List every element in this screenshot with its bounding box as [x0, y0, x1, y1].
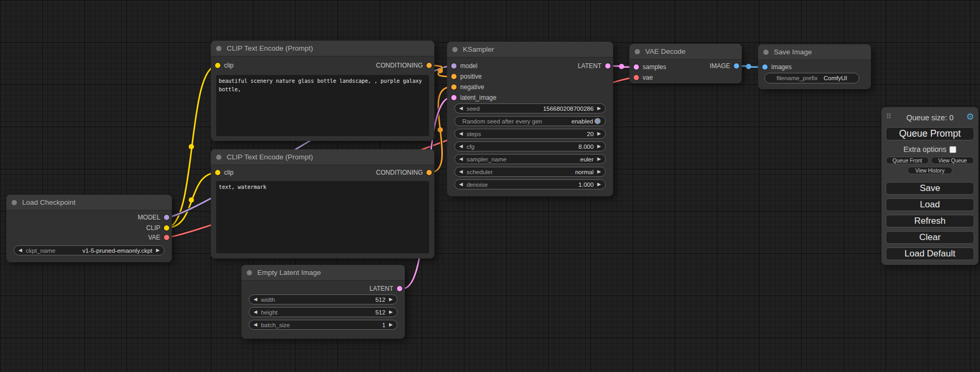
node-ksampler[interactable]: KSampler model positive negative latent_… — [447, 42, 613, 196]
input-port-positive[interactable]: positive — [451, 71, 482, 82]
node-clip-text-encode-negative[interactable]: CLIP Text Encode (Prompt) clip CONDITION… — [211, 149, 434, 259]
latent-port-icon[interactable] — [634, 64, 639, 70]
latent-port-icon[interactable] — [605, 63, 610, 69]
collapse-dot-icon[interactable] — [216, 155, 221, 160]
ckpt-name-widget[interactable]: ◀ ckpt_name v1-5-pruned-emaonly.ckpt ▶ — [14, 245, 164, 255]
clip-port-icon[interactable] — [215, 170, 220, 175]
decrement-arrow-icon[interactable]: ◀ — [459, 169, 463, 174]
node-header[interactable]: Load Checkpoint — [6, 195, 172, 211]
node-empty-latent-image[interactable]: Empty Latent Image LATENT ◀ width 512 ▶ … — [241, 265, 405, 339]
image-port-icon[interactable] — [762, 64, 768, 70]
input-port-latent-image[interactable]: latent_image — [451, 92, 497, 103]
node-header[interactable]: VAE Decode — [629, 44, 742, 60]
input-port-clip[interactable]: clip — [215, 167, 234, 178]
collapse-dot-icon[interactable] — [635, 49, 640, 54]
queue-front-button[interactable]: Queue Front — [886, 157, 929, 164]
output-port-latent[interactable]: LATENT — [370, 283, 402, 294]
conditioning-port-icon[interactable] — [426, 63, 432, 68]
random-seed-toggle-widget[interactable]: Random seed after every gen enabled — [454, 116, 606, 126]
conditioning-port-icon[interactable] — [451, 74, 457, 79]
seed-widget[interactable]: ◀ seed 156680208700286 ▶ — [454, 103, 606, 113]
load-button[interactable]: Load — [886, 198, 974, 211]
node-header[interactable]: Save Image — [758, 44, 871, 60]
extra-options-checkbox[interactable] — [949, 146, 956, 153]
sampler-name-widget[interactable]: ◀ sampler_name euler ▶ — [454, 154, 606, 164]
node-header[interactable]: CLIP Text Encode (Prompt) — [211, 149, 434, 165]
collapse-dot-icon[interactable] — [12, 200, 17, 205]
collapse-dot-icon[interactable] — [763, 50, 769, 55]
save-button[interactable]: Save — [886, 182, 974, 195]
node-header[interactable]: CLIP Text Encode (Prompt) — [211, 41, 434, 56]
view-history-button[interactable]: View History — [907, 167, 953, 174]
input-port-model[interactable]: model — [451, 61, 478, 71]
input-port-negative[interactable]: negative — [451, 82, 484, 92]
collapse-dot-icon[interactable] — [452, 47, 458, 52]
node-save-image[interactable]: Save Image images filename_prefix ComfyU… — [758, 44, 871, 89]
collapse-dot-icon[interactable] — [247, 270, 252, 275]
increment-arrow-icon[interactable]: ▶ — [597, 106, 601, 111]
increment-arrow-icon[interactable]: ▶ — [597, 131, 601, 136]
node-header[interactable]: Empty Latent Image — [241, 265, 405, 281]
node-load-checkpoint[interactable]: Load Checkpoint MODEL CLIP VAE ◀ ckpt_na… — [6, 195, 172, 262]
clear-button[interactable]: Clear — [886, 231, 974, 244]
collapse-dot-icon[interactable] — [216, 46, 221, 51]
batch-size-widget[interactable]: ◀ batch_size 1 ▶ — [249, 320, 397, 330]
increment-arrow-icon[interactable]: ▶ — [597, 169, 601, 174]
width-widget[interactable]: ◀ width 512 ▶ — [249, 294, 397, 304]
node-vae-decode[interactable]: VAE Decode samples vae IMAGE — [629, 44, 742, 83]
decrement-arrow-icon[interactable]: ◀ — [459, 182, 463, 187]
queue-prompt-button[interactable]: Queue Prompt — [886, 127, 974, 140]
increment-arrow-icon[interactable]: ▶ — [156, 248, 160, 253]
input-port-vae[interactable]: vae — [634, 72, 653, 83]
decrement-arrow-icon[interactable]: ◀ — [459, 144, 463, 149]
increment-arrow-icon[interactable]: ▶ — [389, 310, 393, 314]
vae-port-icon[interactable] — [164, 235, 169, 240]
node-clip-text-encode-positive[interactable]: CLIP Text Encode (Prompt) clip CONDITION… — [211, 41, 434, 141]
clip-port-icon[interactable] — [164, 225, 169, 231]
cfg-widget[interactable]: ◀ cfg 8.000 ▶ — [454, 141, 606, 151]
conditioning-port-icon[interactable] — [451, 84, 457, 90]
increment-arrow-icon[interactable]: ▶ — [389, 322, 393, 327]
decrement-arrow-icon[interactable]: ◀ — [459, 106, 463, 111]
input-port-clip[interactable]: clip — [215, 60, 234, 71]
height-widget[interactable]: ◀ height 512 ▶ — [249, 307, 397, 317]
output-port-conditioning[interactable]: CONDITIONING — [376, 60, 432, 71]
drag-handle-icon[interactable]: ⠿ — [886, 112, 891, 120]
clip-port-icon[interactable] — [215, 63, 220, 68]
toggle-knob-icon[interactable] — [594, 118, 601, 125]
output-port-vae[interactable]: VAE — [148, 232, 169, 243]
model-port-icon[interactable] — [164, 215, 169, 220]
output-port-clip[interactable]: CLIP — [146, 223, 169, 233]
image-port-icon[interactable] — [734, 63, 739, 69]
vae-port-icon[interactable] — [634, 75, 639, 80]
view-queue-button[interactable]: View Queue — [931, 157, 974, 164]
decrement-arrow-icon[interactable]: ◀ — [254, 310, 257, 314]
input-port-samples[interactable]: samples — [634, 62, 666, 72]
node-header[interactable]: KSampler — [447, 42, 613, 58]
steps-widget[interactable]: ◀ steps 20 ▶ — [454, 129, 606, 139]
refresh-button[interactable]: Refresh — [886, 215, 974, 227]
decrement-arrow-icon[interactable]: ◀ — [254, 322, 257, 327]
latent-port-icon[interactable] — [397, 286, 402, 291]
output-port-latent[interactable]: LATENT — [578, 61, 610, 71]
latent-port-icon[interactable] — [451, 95, 457, 100]
decrement-arrow-icon[interactable]: ◀ — [459, 157, 463, 161]
increment-arrow-icon[interactable]: ▶ — [597, 144, 601, 149]
output-port-model[interactable]: MODEL — [138, 212, 169, 223]
output-port-image[interactable]: IMAGE — [710, 61, 739, 71]
filename-prefix-widget[interactable]: filename_prefix ComfyUI — [764, 73, 859, 83]
comfyui-canvas[interactable]: { "colors": { "model": "#B39DDB", "clip"… — [0, 0, 980, 372]
load-default-button[interactable]: Load Default — [886, 247, 974, 260]
gear-icon[interactable]: ⚙ — [966, 111, 974, 122]
decrement-arrow-icon[interactable]: ◀ — [459, 131, 463, 136]
decrement-arrow-icon[interactable]: ◀ — [254, 297, 257, 302]
increment-arrow-icon[interactable]: ▶ — [597, 182, 601, 187]
denoise-widget[interactable]: ◀ denoise 1.000 ▶ — [454, 179, 606, 189]
model-port-icon[interactable] — [451, 63, 457, 69]
input-port-images[interactable]: images — [762, 62, 792, 72]
output-port-conditioning[interactable]: CONDITIONING — [376, 167, 432, 178]
increment-arrow-icon[interactable]: ▶ — [597, 157, 601, 161]
decrement-arrow-icon[interactable]: ◀ — [18, 248, 22, 253]
prompt-textarea[interactable]: text, watermark — [216, 181, 429, 253]
conditioning-port-icon[interactable] — [426, 170, 432, 175]
